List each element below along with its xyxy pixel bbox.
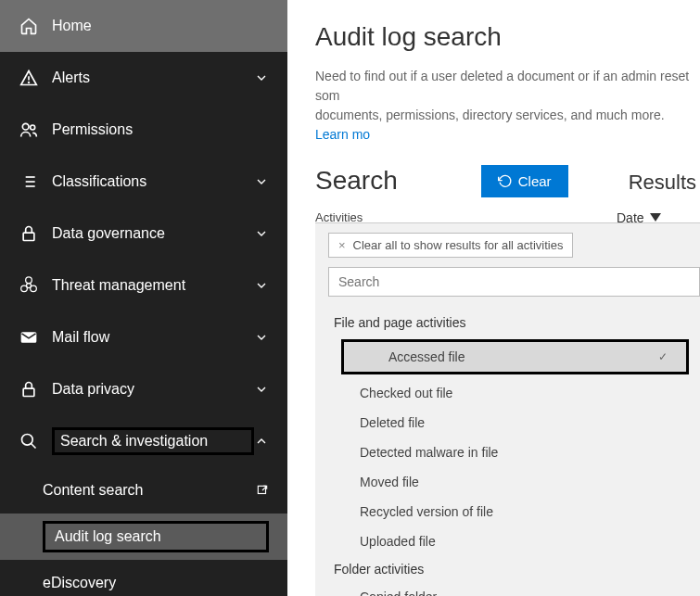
sidebar-item-mail-flow[interactable]: Mail flow xyxy=(0,311,287,363)
sidebar-sub-ediscovery[interactable]: eDiscovery xyxy=(0,560,287,596)
mail-icon xyxy=(19,327,39,348)
sidebar-item-label: Search & investigation xyxy=(52,427,254,455)
sidebar-item-label: Mail flow xyxy=(52,329,254,346)
triangle-down-icon xyxy=(650,213,661,222)
chevron-down-icon xyxy=(254,330,269,345)
clear-button-label: Clear xyxy=(518,173,552,189)
svg-rect-10 xyxy=(23,233,34,240)
search-heading: Search xyxy=(315,166,398,196)
activity-item-recycled-version[interactable]: Recycled version of file xyxy=(315,497,700,526)
check-icon: ✓ xyxy=(658,350,668,363)
activity-item-label: Copied folder xyxy=(360,590,437,596)
sidebar-item-label: Threat management xyxy=(52,277,254,294)
activity-item-copied-folder[interactable]: Copied folder xyxy=(315,582,700,596)
activity-item-uploaded-file[interactable]: Uploaded file xyxy=(315,526,700,556)
svg-point-13 xyxy=(21,285,28,292)
svg-point-17 xyxy=(22,435,33,446)
biohazard-icon xyxy=(19,275,39,296)
sidebar-sub-label: eDiscovery xyxy=(43,575,269,591)
activity-item-label: Checked out file xyxy=(360,386,452,400)
activity-item-label: Uploaded file xyxy=(360,534,436,549)
sidebar-sub-content-search[interactable]: Content search xyxy=(0,467,287,514)
sidebar-item-label: Classifications xyxy=(52,173,254,190)
svg-rect-16 xyxy=(23,388,34,396)
sidebar-item-search-investigation[interactable]: Search & investigation xyxy=(0,415,287,467)
learn-more-link[interactable]: Learn mo xyxy=(315,127,370,142)
sidebar-item-threat-management[interactable]: Threat management xyxy=(0,260,287,311)
results-heading: Results xyxy=(629,171,700,195)
svg-line-18 xyxy=(32,444,36,449)
chevron-down-icon xyxy=(254,278,269,293)
svg-point-14 xyxy=(31,285,37,292)
svg-rect-19 xyxy=(258,486,265,493)
activity-item-label: Detected malware in file xyxy=(360,445,498,460)
chevron-down-icon xyxy=(254,382,269,397)
home-icon xyxy=(19,16,39,36)
sidebar-item-classifications[interactable]: Classifications xyxy=(0,156,287,208)
sidebar-item-label: Permissions xyxy=(52,121,269,138)
sidebar-item-home[interactable]: Home xyxy=(0,0,287,52)
activity-item-label: Recycled version of file xyxy=(360,504,493,519)
sidebar-item-permissions[interactable]: Permissions xyxy=(0,104,287,156)
sidebar-sub-label: Audit log search xyxy=(43,521,269,552)
svg-point-3 xyxy=(31,125,35,130)
clear-button[interactable]: Clear xyxy=(481,165,568,197)
sidebar-item-label: Home xyxy=(52,18,269,34)
sidebar-item-label: Data privacy xyxy=(52,381,254,398)
sidebar-item-label: Alerts xyxy=(52,70,254,86)
activity-group-label: File and page activities xyxy=(315,310,700,336)
clear-all-label: Clear all to show results for all activi… xyxy=(353,238,564,252)
activities-dropdown-panel: × Clear all to show results for all acti… xyxy=(315,222,700,596)
list-icon xyxy=(19,171,39,192)
sidebar-item-label: Data governance xyxy=(52,225,254,242)
desc-line1: Need to find out if a user deleted a doc… xyxy=(315,69,689,103)
desc-line2: documents, permissions, directory servic… xyxy=(315,108,665,122)
lock-icon xyxy=(19,379,39,399)
chevron-up-icon xyxy=(254,434,269,449)
chevron-down-icon xyxy=(254,70,269,85)
activity-item-label: Moved file xyxy=(360,475,419,489)
activity-item-checked-out-file[interactable]: Checked out file xyxy=(315,378,700,408)
activity-item-label: Deleted file xyxy=(360,415,425,430)
page-description: Need to find out if a user deleted a doc… xyxy=(315,67,700,145)
activity-item-label: Accessed file xyxy=(388,349,465,364)
close-icon: × xyxy=(338,238,346,252)
search-icon xyxy=(19,431,39,451)
sidebar-item-data-privacy[interactable]: Data privacy xyxy=(0,363,287,415)
sidebar-sub-label: Content search xyxy=(43,482,248,499)
undo-icon xyxy=(498,174,513,189)
lock-icon xyxy=(19,223,39,244)
svg-marker-21 xyxy=(650,213,661,222)
activities-search-input[interactable] xyxy=(328,267,700,297)
page-title: Audit log search xyxy=(315,22,700,52)
svg-point-1 xyxy=(29,82,30,83)
clear-all-button[interactable]: × Clear all to show results for all acti… xyxy=(328,233,573,258)
activity-item-accessed-file[interactable]: Accessed file ✓ xyxy=(341,339,689,374)
chevron-down-icon xyxy=(254,226,269,241)
activity-item-deleted-file[interactable]: Deleted file xyxy=(315,408,700,437)
main-content: Audit log search Need to find out if a u… xyxy=(287,0,700,596)
sidebar: Home Alerts Permissions Classifications … xyxy=(0,0,287,596)
sidebar-item-alerts[interactable]: Alerts xyxy=(0,52,287,104)
svg-point-2 xyxy=(22,123,29,130)
activity-group-label: Folder activities xyxy=(315,556,700,582)
users-icon xyxy=(19,120,39,140)
activity-item-detected-malware[interactable]: Detected malware in file xyxy=(315,437,700,467)
activity-item-moved-file[interactable]: Moved file xyxy=(315,467,700,497)
sidebar-sub-audit-log-search[interactable]: Audit log search xyxy=(0,514,287,560)
popout-icon xyxy=(256,484,269,497)
sidebar-item-data-governance[interactable]: Data governance xyxy=(0,208,287,260)
alert-icon xyxy=(19,68,39,88)
chevron-down-icon xyxy=(254,174,269,189)
svg-point-12 xyxy=(26,277,32,284)
